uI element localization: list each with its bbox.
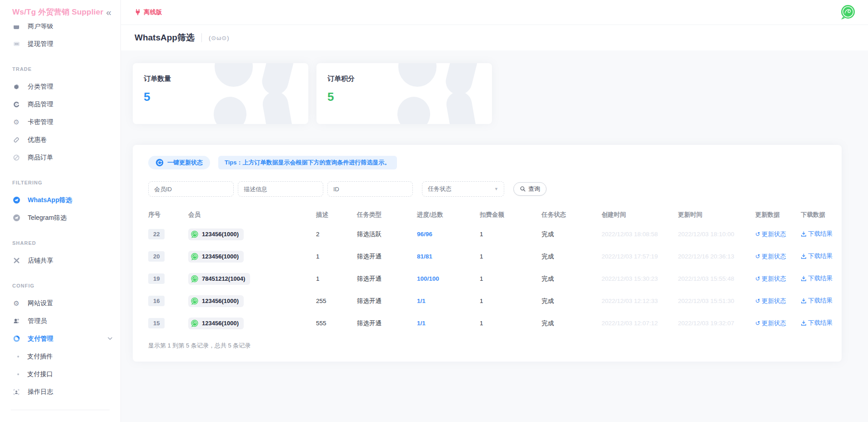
row-no: 20 [148, 251, 188, 262]
sidebar-item-merchant-level[interactable]: 商户等级 [0, 24, 120, 35]
merchant-level-icon [12, 24, 20, 30]
table-row: 1978451212(1004)1筛选开通100/1001完成2022/12/0… [148, 268, 831, 290]
search-button[interactable]: 查询 [513, 182, 547, 196]
status-cell: 完成 [542, 230, 602, 238]
sidebar-item-label: 商户等级 [28, 24, 53, 30]
sidebar-item-label: 分类管理 [28, 83, 53, 91]
sidebar-item-coupon[interactable]: 优惠卷 [0, 131, 120, 149]
update-all-button[interactable]: 一键更新状态 [148, 156, 210, 169]
update-status-link[interactable]: ↺更新状态 [755, 275, 786, 283]
member-id-input[interactable] [148, 181, 234, 197]
member-cell: 123456(1000) [188, 295, 316, 307]
bullet-icon [15, 356, 21, 357]
whatsapp-icon [191, 253, 199, 261]
download-result-link[interactable]: 下载结果 [801, 274, 833, 283]
update-status-link[interactable]: ↺更新状态 [755, 297, 786, 305]
sidebar-item-label: Telegram筛选 [28, 214, 67, 222]
sidebar-item-label: 操作日志 [28, 388, 53, 396]
sidebar-item-operation-log[interactable]: 操作日志 [0, 383, 120, 401]
task-type-cell: 筛选开通 [357, 297, 417, 305]
offline-badge[interactable]: 离线版 [135, 8, 162, 16]
whatsapp-icon [191, 230, 199, 238]
desc-cell: 2 [316, 231, 357, 238]
sidebar-item-telegram-filter[interactable]: Telegram筛选 [0, 209, 120, 227]
progress-cell: 81/81 [417, 253, 480, 260]
sidebar-item-site-settings[interactable]: ⚙ 网站设置 [0, 294, 120, 312]
download-result-link[interactable]: 下载结果 [801, 252, 833, 260]
description-input[interactable] [238, 181, 323, 197]
updated-time: 2022/12/16 20:36:13 [678, 253, 755, 260]
chevron-down-icon [108, 337, 112, 340]
updated-time: 2022/12/03 15:51:30 [678, 298, 755, 304]
paper-plane-icon [12, 196, 20, 204]
sidebar: Ws/Tg 外贸营销 Supplier « 商户等级 提现管理 TRADE [0, 0, 121, 422]
update-status-link[interactable]: ↺更新状态 [755, 253, 786, 261]
sidebar-section-config: CONFIG [0, 277, 120, 294]
sidebar-collapse-icon[interactable]: « [106, 7, 111, 17]
task-status-select[interactable]: 任务状态 ▼ [422, 181, 504, 197]
sidebar-item-payment[interactable]: 支付管理 [0, 330, 120, 348]
sidebar-item-whatsapp-filter[interactable]: WhatsApp筛选 [0, 191, 120, 209]
content: 订单数量 5 订单积分 5 一键更新状 [121, 50, 868, 422]
sidebar-item-orders[interactable]: 商品订单 [0, 149, 120, 166]
fee-cell: 1 [480, 320, 542, 327]
table-row: 20123456(1000)1筛选开通81/811完成2022/12/03 17… [148, 245, 831, 268]
col-header: 扣费金额 [480, 211, 542, 219]
sidebar-item-label: 优惠卷 [28, 136, 47, 144]
avatar[interactable] [840, 4, 856, 20]
circular-arrow-icon [12, 101, 20, 108]
sidebar-item-label: 网站设置 [28, 299, 53, 308]
created-time: 2022/12/03 18:08:58 [602, 231, 678, 238]
progress-cell: 100/100 [417, 275, 480, 282]
member-cell: 123456(1000) [188, 228, 316, 240]
sidebar-section-filtering: FILTERING [0, 174, 120, 191]
row-no: 16 [148, 296, 188, 306]
title-emoticon: (⊙ω⊙) [209, 35, 230, 41]
sidebar-item-label: 提现管理 [28, 40, 53, 48]
sidebar-item-label: 商品订单 [28, 154, 53, 162]
sidebar-item-category[interactable]: 分类管理 [0, 78, 120, 95]
desc-cell: 555 [316, 320, 357, 327]
download-result-link[interactable]: 下载结果 [801, 230, 833, 238]
update-status-link[interactable]: ↺更新状态 [755, 319, 786, 328]
stat-label: 订单数量 [144, 74, 297, 83]
sidebar-item-goods[interactable]: 商品管理 [0, 95, 120, 113]
sidebar-item-shop-share[interactable]: 店铺共享 [0, 252, 120, 269]
sidebar-item-admins[interactable]: 管理员 [0, 312, 120, 330]
sidebar-section-shared: SHARED [0, 234, 120, 252]
stat-label: 订单积分 [327, 74, 481, 83]
desc-cell: 1 [316, 253, 357, 260]
sidebar-item-label: 支付接口 [27, 370, 53, 378]
update-status-icon: ↺ [755, 298, 760, 304]
updated-time: 2022/12/03 19:32:07 [678, 320, 755, 327]
sidebar-item-label: 店铺共享 [28, 257, 53, 265]
col-header: 更新数据 [755, 211, 801, 219]
desc-cell: 1 [316, 275, 357, 282]
table-row: 22123456(1000)2筛选活跃96/961完成2022/12/03 18… [148, 223, 831, 245]
sidebar-item-withdraw[interactable]: 提现管理 [0, 35, 120, 53]
sidebar-item-cardkey[interactable]: ⚙ 卡密管理 [0, 113, 120, 131]
brand-title: Ws/Tg 外贸营销 Supplier [12, 7, 106, 17]
update-status-link[interactable]: ↺更新状态 [755, 230, 786, 238]
updated-time: 2022/12/03 18:10:00 [678, 231, 755, 238]
bullet-icon [15, 373, 21, 375]
task-type-cell: 筛选活跃 [357, 230, 417, 238]
sidebar-item-payment-api[interactable]: 支付接口 [0, 365, 120, 383]
update-status-icon: ↺ [755, 231, 760, 237]
table-row: 15123456(1000)555筛选开通1/11完成2022/12/03 12… [148, 312, 831, 334]
topbar: 离线版 [121, 0, 868, 25]
col-header: 任务状态 [542, 211, 602, 219]
download-result-link[interactable]: 下载结果 [801, 297, 833, 305]
filter-row: 任务状态 ▼ 查询 [148, 181, 831, 197]
cross-arrows-icon [12, 257, 20, 264]
sidebar-item-label: 管理员 [28, 317, 47, 325]
col-header: 任务类型 [357, 211, 417, 219]
status-cell: 完成 [542, 253, 602, 261]
records-summary: 显示第 1 到第 5 条记录，总共 5 条记录 [148, 342, 831, 350]
col-header: 会员 [188, 211, 316, 219]
sidebar-item-label: WhatsApp筛选 [28, 196, 72, 204]
stat-value: 5 [144, 90, 297, 104]
download-result-link[interactable]: 下载结果 [801, 319, 833, 327]
sidebar-item-payment-plugin[interactable]: 支付插件 [0, 348, 120, 365]
id-input[interactable] [327, 181, 413, 197]
